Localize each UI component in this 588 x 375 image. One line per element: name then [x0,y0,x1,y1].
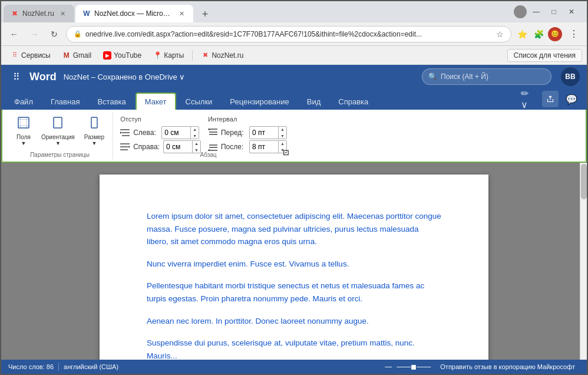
svg-rect-4 [18,126,29,126]
indent-left-input[interactable]: 0 см ▲ ▼ [161,126,199,139]
svg-rect-2 [27,117,27,128]
svg-marker-22 [208,149,210,150]
browser-frame: ✖ NozNet.ru ✕ W NozNet.docx — Microsoft … [0,0,588,375]
feedback-button[interactable]: Отправить отзыв в корпорацию Майкрософт [435,362,580,371]
close-button[interactable]: ✕ [563,4,580,20]
user-avatar[interactable]: ВВ [561,67,580,86]
spacing-after-label: После: [221,143,246,151]
zoom-slider[interactable]: ——◼—— [397,363,431,371]
ribbon-tabs: Файл Главная Вставка Макет Ссылки Реценз… [1,88,587,110]
tab-2-close[interactable]: ✕ [177,9,186,18]
indent-right-up[interactable]: ▲ [192,140,200,147]
maximize-button[interactable]: □ [546,4,562,20]
tab-1-close[interactable]: ✕ [58,9,67,18]
extension-icons: ⭐ 🧩 😊 [515,27,562,41]
spacing-after-icon [208,143,217,151]
indent-left-spinners: ▲ ▼ [190,126,199,139]
word-app: ⠿ Word NozNet – Сохранено в OneDrive ∨ 🔍… [1,65,587,374]
spacing-before-input[interactable]: 0 пт ▲ ▼ [249,126,287,139]
bookmark-gmail[interactable]: M Gmail [58,48,96,63]
tab-insert[interactable]: Вставка [89,94,134,110]
tab-bar: ✖ NozNet.ru ✕ W NozNet.docx — Microsoft … [1,1,587,22]
ribbon-content: Поля ▼ Ориентация ▼ [1,110,587,163]
share-button[interactable] [542,91,559,107]
doc-paragraph-4: Aenean nec lorem. In porttitor. Donec la… [147,315,441,328]
bookmark-youtube[interactable]: ▶ YouTube [98,48,146,63]
comment-button[interactable]: 💬 [563,91,580,107]
document-name: NozNet – Сохранено в OneDrive [64,73,177,81]
tab-view[interactable]: Вид [299,94,329,110]
spacing-before-icon [208,129,217,137]
tab-1[interactable]: ✖ NozNet.ru ✕ [4,5,74,22]
new-tab-button[interactable]: + [197,6,213,22]
minimize-button[interactable]: — [528,4,544,20]
svg-rect-6 [91,117,97,128]
scrollbar-thumb[interactable] [581,164,587,199]
bookmark-noznet[interactable]: ✖ NozNet.ru [196,48,248,63]
bookmark-star-icon[interactable]: ☆ [496,29,504,39]
language: английский (США) [64,363,118,370]
ext-icon-avatar[interactable]: 😊 [548,27,562,41]
size-button[interactable]: Размер ▼ [81,113,108,149]
zoom-minus[interactable]: — [385,363,392,371]
spacing-before-down[interactable]: ▼ [278,133,286,139]
chevron-icon: ∨ [179,73,185,81]
indent-left-label: Слева: [133,129,158,137]
ext-icon-2[interactable]: 🧩 [531,27,546,41]
tab-file[interactable]: Файл [6,94,41,110]
word-search-bar[interactable]: 🔍 Поиск (Alt + Й) [422,68,551,85]
tab-review[interactable]: Рецензирование [222,94,297,110]
bookmark-maps-label: Карты [164,51,184,60]
search-placeholder: Поиск (Alt + Й) [441,73,488,81]
word-grid-icon[interactable]: ⠿ [8,68,25,85]
spacing-before-row: Перед: 0 пт ▲ ▼ [208,126,287,139]
fields-icon [16,116,31,133]
doc-paragraph-2: Nunc viverra imperdiet enim. Fusce est. … [147,258,441,271]
bookmark-noznet-label: NozNet.ru [212,51,243,60]
bookmark-services[interactable]: ⠿ Сервисы [6,48,55,63]
tab-layout[interactable]: Макет [136,93,176,110]
spacing-after-up[interactable]: ▲ [278,140,286,147]
gmail-icon: M [62,51,71,60]
indent-left-row: Слева: 0 см ▲ ▼ [120,126,201,139]
tab-1-title: NozNet.ru [22,9,54,18]
indent-left-down[interactable]: ▼ [190,133,199,139]
svg-rect-5 [54,117,62,128]
bookmark-maps[interactable]: 📍 Карты [148,48,189,63]
page-setup-group-label: Параметры страницы [7,152,113,158]
fields-button[interactable]: Поля ▼ [12,113,35,149]
back-button[interactable]: ← [6,26,22,42]
word-logo: Word [29,71,57,83]
edit-icon-button[interactable]: ✏ ∨ [521,91,537,107]
window-controls: — □ ✕ [509,1,584,22]
indent-left-icon [120,129,130,137]
tab-help[interactable]: Справка [330,94,376,110]
ext-icon-1[interactable]: ⭐ [515,27,529,41]
spacing-before-up[interactable]: ▲ [278,126,286,133]
address-bar: ← → ↻ 🔒 onedrive.live.com/edit.aspx?acti… [1,22,587,46]
reading-list-button[interactable]: Список для чтения [507,49,582,62]
noznet-icon: ✖ [201,51,209,60]
url-bar[interactable]: 🔒 onedrive.live.com/edit.aspx?action=edi… [66,26,511,42]
size-label: Размер [84,134,104,140]
fields-label: Поля [16,134,31,140]
indent-left-value: 0 см [162,129,190,137]
svg-marker-18 [208,129,210,130]
refresh-button[interactable]: ↻ [46,26,62,42]
forward-button[interactable]: → [26,26,42,42]
indent-group-label: Абзац [120,152,296,158]
indent-right-label: Справа: [133,143,160,151]
browser-menu-button[interactable]: ⋮ [566,26,582,42]
word-count: Число слов: 86 [8,363,54,370]
bookmark-services-label: Сервисы [21,51,51,60]
tab-links[interactable]: Ссылки [177,94,221,110]
orientation-label: Ориентация [41,134,75,140]
tab-2[interactable]: W NozNet.docx — Microsoft Word ✕ [75,5,193,22]
scrollbar[interactable] [580,163,587,360]
orientation-button[interactable]: Ориентация ▼ [38,113,78,149]
tab-home[interactable]: Главная [42,94,88,110]
spacing-before-label: Перед: [221,129,246,137]
indent-left-up[interactable]: ▲ [190,126,199,133]
document-container[interactable]: Lorem ipsum dolor sit amet, consectetuer… [1,163,587,360]
spacing-after-value: 8 пт [250,143,278,151]
